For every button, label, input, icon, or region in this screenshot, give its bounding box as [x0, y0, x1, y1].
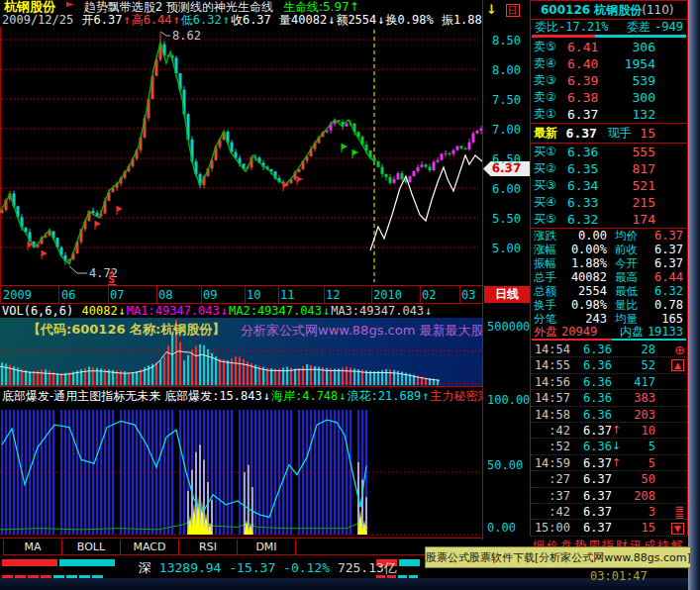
indicator-header: 底部爆发-通用主图指标无未来 底部爆发:15.843↓海岸:4.748↓浪花:2… [2, 387, 530, 407]
ask-row[interactable]: 卖④6.401954 [531, 55, 687, 72]
ad-tooltip[interactable]: 股票公式股票软件下载[分析家公式网www.88gs.com] [425, 546, 691, 568]
index-summary: 深 13289.94 -15.37 -0.12% 725.13亿 [139, 559, 397, 577]
led-bar-row [2, 559, 117, 573]
weibi-value: -17.21% [558, 20, 609, 35]
bid-row[interactable]: 买③6.34521 [531, 177, 687, 194]
tick-row: :276.3750 [531, 471, 687, 487]
tab-boll[interactable]: BOLL [61, 540, 120, 554]
tick-row: :526.36↓5 [531, 439, 687, 454]
stat-row: 振幅1.88%今开6.37 [531, 256, 687, 270]
stock-title: 600126 杭钢股份(110) [531, 1, 687, 20]
ask-row[interactable]: 卖⑤6.41306 [531, 39, 687, 55]
tab-dmi[interactable]: DMI [237, 540, 296, 554]
axis-month-label: 10 [247, 288, 260, 302]
latest-price: 6.37 [566, 124, 608, 143]
inout-row: 外盘 20949 内盘 19133 [531, 326, 687, 342]
window-frame-bottom [0, 578, 688, 590]
index-value: 13289.94 [159, 560, 222, 575]
axis-separator [108, 286, 109, 303]
tick-row: 14:596.37↑5 [531, 455, 687, 471]
bid-row[interactable]: 买②6.35817 [531, 160, 687, 177]
app-window: 杭钢股份 趋势飘带选股2 预测线的神光生命线 生命线:5.97↑ 2009/12… [0, 0, 700, 590]
indicator-title: 底部爆发-通用主图指标无未来 [2, 389, 164, 403]
title-bar: 杭钢股份 趋势飘带选股2 预测线的神光生命线 生命线:5.97↑ [4, 0, 529, 14]
index-pct: -0.12% [283, 560, 330, 575]
signal-marker: S [108, 274, 115, 285]
price-axis: ↓ 日 6.37 日线 500000 8.508.007.507.006.506… [482, 0, 530, 540]
ask-row[interactable]: 卖①6.37132 [531, 106, 687, 123]
stats-grid: 涨跌0.00均价6.37涨幅0.00%前收6.37振幅1.88%今开6.37总手… [531, 229, 687, 326]
stat-row: 总额2554最低6.32 [531, 284, 687, 298]
volume-pane: 【代码:600126 名称:杭钢股份】 分析家公式网www.88gs.com 最… [0, 318, 482, 387]
axis-month-label: 03 [461, 288, 475, 302]
latest-label: 最新 [531, 124, 566, 143]
tab-rsi[interactable]: RSI [178, 540, 237, 554]
bid-row[interactable]: 买⑤6.32174 [531, 211, 687, 228]
stock-name: 杭钢股份 [4, 0, 55, 14]
scroll-grip-icon[interactable]: ≡≡ [674, 506, 684, 520]
window-frame-right [688, 0, 700, 590]
bid-queue: 买①6.36555买②6.35817买③6.34521买④6.33215买⑤6.… [531, 144, 687, 229]
axis-month-label: 2010 [373, 288, 402, 302]
strategy-label: 趋势飘带选股2 预测线的神光生命线 [84, 0, 273, 14]
day-period-icon[interactable]: 日 [506, 4, 520, 17]
axis-separator [58, 286, 59, 303]
indicator-tabs: MABOLLMACDRSIDMI [3, 540, 485, 555]
indicator-pane [0, 407, 482, 539]
axis-separator [371, 286, 372, 303]
axis-separator [459, 286, 460, 303]
bid-row[interactable]: 买④6.33215 [531, 194, 687, 211]
stat-row: 涨跌0.00均价6.37 [531, 229, 687, 243]
tick-row: 14:586.36203 [531, 407, 687, 423]
quote-panel: 600126 杭钢股份(110) 委比-17.21% 委差-949 卖⑤6.41… [530, 0, 688, 536]
weibi-label: 委比 [535, 20, 558, 35]
tick-row: 14:556.3652 [531, 357, 687, 373]
volume-scale-label: 500000 [487, 320, 530, 334]
axis-month-label: 09 [203, 288, 217, 302]
axis-month-label: 06 [61, 288, 75, 302]
main-chart: 8.624.72S [0, 27, 482, 285]
weibi-row: 委比-17.21% 委差-949 [531, 20, 687, 35]
price-axis-label: 6.50 [492, 152, 521, 166]
axis-separator [156, 286, 157, 303]
price-axis-label: 7.00 [492, 123, 521, 137]
watermark-banner: 分析家公式网www.88gs.com 最新最大股票公式 [241, 322, 522, 340]
bid-row[interactable]: 买①6.36555 [531, 144, 687, 160]
stat-row: 总手40082最高6.44 [531, 270, 687, 284]
scroll-up-icon[interactable]: ▲ [671, 359, 684, 371]
price-axis-label: 8.00 [492, 63, 521, 77]
volume-title: VOL(6,6,6) 40082↓MA1:49347.043↓MA2:49347… [2, 304, 530, 318]
quote-line: 2009/12/25 开6.37↑高6.44↑低6.32↑收6.37 量4008… [2, 13, 530, 27]
period-selector[interactable]: 日线 [484, 286, 530, 303]
axis-separator [245, 286, 246, 303]
axis-month-label: 12 [326, 288, 340, 302]
price-axis-label: 8.50 [492, 34, 521, 48]
axis-separator [420, 286, 421, 303]
tab-ma[interactable]: MA [3, 540, 61, 554]
indicator-scale-label: 100.00 [487, 393, 530, 407]
ask-row[interactable]: 卖③6.39539 [531, 72, 687, 89]
code-banner: 【代码:600126 名称:杭钢股份】 [28, 321, 225, 339]
axis-separator [324, 286, 325, 303]
weicha-label: 委差 [627, 20, 650, 35]
x-axis: 20090607080910111220100203 [0, 285, 482, 304]
ask-row[interactable]: 卖②6.38300 [531, 89, 687, 106]
ask-queue: 卖⑤6.41306卖④6.401954卖③6.39539卖②6.38300卖①6… [531, 39, 687, 123]
axis-month-label: 11 [280, 288, 294, 302]
tick-row: 14:566.36417 [531, 374, 687, 390]
tick-list: 14:546.362814:556.365214:566.3641714:576… [531, 342, 687, 537]
crosshair-icon[interactable]: ⊕ [674, 343, 685, 357]
stat-row: 涨幅0.00%前收6.37 [531, 243, 687, 256]
tick-row: :376.37208 [531, 488, 687, 504]
stat-row: 换手0.98%量比0.78 [531, 298, 687, 312]
scroll-down-icon[interactable]: ▼ [671, 523, 684, 535]
tick-row: 15:006.3715 [531, 520, 687, 536]
download-arrow-icon[interactable]: ↓ [486, 2, 497, 17]
tick-row: :426.373 [531, 504, 687, 520]
tab-macd[interactable]: MACD [120, 540, 178, 554]
price-axis-label: 6.00 [492, 182, 521, 196]
axis-separator [201, 286, 202, 303]
indicator-scale-label: 50.00 [487, 458, 523, 472]
axis-month-label: 2009 [3, 288, 32, 302]
axis-month-label: 08 [158, 288, 172, 302]
